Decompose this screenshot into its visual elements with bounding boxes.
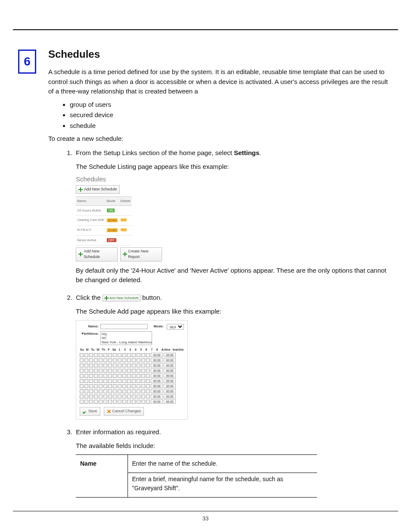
inactive-time-field[interactable]: 00:00 <box>164 363 176 367</box>
day-checkbox[interactable] <box>84 364 88 367</box>
day-checkbox[interactable] <box>99 384 103 388</box>
day-checkbox[interactable] <box>132 353 136 357</box>
day-checkbox[interactable] <box>89 379 93 383</box>
day-checkbox[interactable] <box>80 364 84 367</box>
day-checkbox[interactable] <box>141 369 145 373</box>
day-checkbox[interactable] <box>113 395 117 398</box>
day-checkbox[interactable] <box>113 389 117 393</box>
mode-select[interactable]: SCAN <box>167 324 184 330</box>
day-checkbox[interactable] <box>132 364 136 367</box>
day-checkbox[interactable] <box>118 395 121 398</box>
active-time-field[interactable]: 00:00 <box>151 384 163 388</box>
day-checkbox[interactable] <box>137 369 140 373</box>
day-checkbox[interactable] <box>146 364 150 367</box>
active-time-field[interactable]: 00:00 <box>151 363 163 367</box>
day-checkbox[interactable] <box>127 374 131 378</box>
day-checkbox[interactable] <box>99 364 103 367</box>
day-checkbox[interactable] <box>99 374 103 378</box>
schedule-delete-cell[interactable] <box>119 215 132 225</box>
day-checkbox[interactable] <box>146 369 150 373</box>
delete-icon[interactable] <box>121 228 127 231</box>
day-checkbox[interactable] <box>146 353 150 357</box>
day-checkbox[interactable] <box>137 379 140 383</box>
day-checkbox[interactable] <box>141 364 145 367</box>
inactive-time-field[interactable]: 00:00 <box>164 368 176 373</box>
day-checkbox[interactable] <box>146 395 150 398</box>
day-checkbox[interactable] <box>80 400 84 404</box>
day-checkbox[interactable] <box>118 358 121 362</box>
inactive-time-field[interactable]: 00:00 <box>164 399 176 404</box>
day-checkbox[interactable] <box>132 369 136 373</box>
day-checkbox[interactable] <box>99 400 103 404</box>
day-checkbox[interactable] <box>89 389 93 393</box>
day-checkbox[interactable] <box>103 400 107 404</box>
day-checkbox[interactable] <box>137 353 140 357</box>
day-checkbox[interactable] <box>146 384 150 388</box>
day-checkbox[interactable] <box>122 379 126 383</box>
day-checkbox[interactable] <box>84 369 88 373</box>
day-checkbox[interactable] <box>99 395 103 398</box>
cancel-button[interactable]: Cancel Changes <box>104 407 144 416</box>
day-checkbox[interactable] <box>122 384 126 388</box>
day-checkbox[interactable] <box>108 374 112 378</box>
day-checkbox[interactable] <box>146 379 150 383</box>
partitions-listbox[interactable]: HQ NC New York - Long Island Warehouse <box>100 331 152 345</box>
day-checkbox[interactable] <box>146 400 150 404</box>
day-checkbox[interactable] <box>94 364 98 367</box>
day-checkbox[interactable] <box>137 395 140 398</box>
day-checkbox[interactable] <box>127 379 131 383</box>
day-checkbox[interactable] <box>80 358 84 362</box>
day-checkbox[interactable] <box>108 353 112 357</box>
day-checkbox[interactable] <box>127 395 131 398</box>
day-checkbox[interactable] <box>132 374 136 378</box>
day-checkbox[interactable] <box>80 395 84 398</box>
day-checkbox[interactable] <box>122 369 126 373</box>
day-checkbox[interactable] <box>103 379 107 383</box>
day-checkbox[interactable] <box>118 389 121 393</box>
day-checkbox[interactable] <box>122 353 126 357</box>
active-time-field[interactable]: 00:00 <box>151 394 163 398</box>
day-checkbox[interactable] <box>80 369 84 373</box>
day-checkbox[interactable] <box>118 369 121 373</box>
day-checkbox[interactable] <box>127 353 131 357</box>
day-checkbox[interactable] <box>103 384 107 388</box>
day-checkbox[interactable] <box>108 379 112 383</box>
name-field[interactable] <box>100 324 148 329</box>
day-checkbox[interactable] <box>84 389 88 393</box>
day-checkbox[interactable] <box>137 358 140 362</box>
day-checkbox[interactable] <box>80 374 84 378</box>
day-checkbox[interactable] <box>122 389 126 393</box>
active-time-field[interactable]: 00:00 <box>151 358 163 362</box>
day-checkbox[interactable] <box>122 374 126 378</box>
inactive-time-field[interactable]: 00:00 <box>164 373 176 378</box>
day-checkbox[interactable] <box>122 358 126 362</box>
inactive-time-field[interactable]: 00:00 <box>164 353 176 357</box>
day-checkbox[interactable] <box>113 364 117 367</box>
day-checkbox[interactable] <box>94 358 98 362</box>
day-checkbox[interactable] <box>113 358 117 362</box>
day-checkbox[interactable] <box>118 400 121 404</box>
day-checkbox[interactable] <box>84 358 88 362</box>
day-checkbox[interactable] <box>99 379 103 383</box>
day-checkbox[interactable] <box>89 384 93 388</box>
day-checkbox[interactable] <box>113 379 117 383</box>
day-checkbox[interactable] <box>94 353 98 357</box>
day-checkbox[interactable] <box>127 389 131 393</box>
day-checkbox[interactable] <box>84 395 88 398</box>
day-checkbox[interactable] <box>89 395 93 398</box>
day-checkbox[interactable] <box>89 369 93 373</box>
day-checkbox[interactable] <box>141 389 145 393</box>
day-checkbox[interactable] <box>132 400 136 404</box>
add-new-schedule-inline-button[interactable]: Add New Schedule <box>103 295 140 302</box>
day-checkbox[interactable] <box>94 379 98 383</box>
day-checkbox[interactable] <box>103 358 107 362</box>
day-checkbox[interactable] <box>141 395 145 398</box>
day-checkbox[interactable] <box>118 374 121 378</box>
day-checkbox[interactable] <box>94 389 98 393</box>
create-new-report-button[interactable]: Create New Report <box>120 247 162 261</box>
day-checkbox[interactable] <box>94 384 98 388</box>
day-checkbox[interactable] <box>132 389 136 393</box>
day-checkbox[interactable] <box>141 384 145 388</box>
day-checkbox[interactable] <box>89 374 93 378</box>
day-checkbox[interactable] <box>80 389 84 393</box>
